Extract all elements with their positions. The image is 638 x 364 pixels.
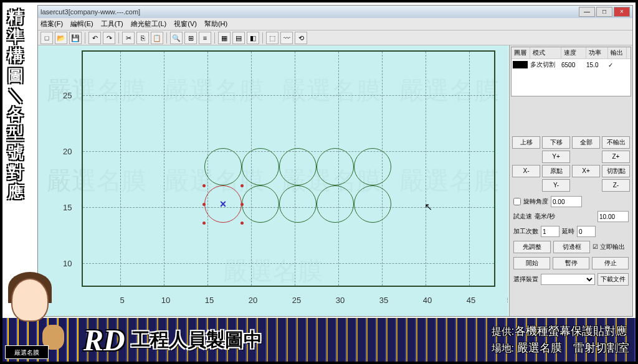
adjust-button[interactable]: 先調整 xyxy=(513,241,551,253)
y-plus-button[interactable]: Y+ xyxy=(542,151,570,163)
circle-shape[interactable] xyxy=(242,148,279,185)
y-tick: 10 xyxy=(63,259,72,268)
rotate-check[interactable] xyxy=(513,198,521,205)
x-plus-button[interactable]: X+ xyxy=(572,165,600,177)
circle-shape[interactable] xyxy=(279,148,317,185)
tool-save-icon[interactable]: 💾 xyxy=(69,32,82,44)
origin-button[interactable]: 原點 xyxy=(542,165,570,177)
menu-help[interactable]: 幫助(H) xyxy=(204,19,227,29)
x-tick: 30 xyxy=(336,296,345,305)
z-minus-button[interactable]: Z- xyxy=(602,179,630,192)
x-minus-button[interactable]: X- xyxy=(512,165,540,177)
y-minus-button[interactable]: Y- xyxy=(542,179,570,192)
selection-handle[interactable] xyxy=(202,203,206,206)
menu-window[interactable]: 視窗(V) xyxy=(174,19,197,29)
tool-zoom-icon[interactable]: 🔍 xyxy=(170,32,183,44)
rotate-label: 旋轉角度 xyxy=(523,197,548,206)
tool-copy-icon[interactable]: ⎘ xyxy=(136,32,149,44)
menu-laser[interactable]: 繪光籃工(L) xyxy=(131,19,166,29)
left-caption: 精準構圖＼各型號對應 xyxy=(7,7,36,275)
layer-table: 圖層 模式 速度 功率 輸出 多次切割 6500 15.0 ✓ xyxy=(511,47,631,96)
col-output: 輸出 xyxy=(608,47,627,58)
move-down-button[interactable]: 下移 xyxy=(542,136,570,149)
col-mode: 模式 xyxy=(530,47,561,58)
selection-handle[interactable] xyxy=(240,184,244,187)
x-tick: 25 xyxy=(292,296,301,305)
rd-logo-text: RD xyxy=(83,323,125,357)
download-button[interactable]: 下載文件 xyxy=(598,273,629,286)
tool-paste-icon[interactable]: 📋 xyxy=(151,32,163,44)
y-tick: 25 xyxy=(63,91,72,100)
menu-tools[interactable]: 工具(T) xyxy=(101,19,123,29)
circle-shape[interactable] xyxy=(317,185,354,223)
bottom-main-text: 工程人員製圖中 xyxy=(131,327,262,353)
start-button[interactable]: 開始 xyxy=(513,257,550,269)
tool-align-icon[interactable]: ≡ xyxy=(199,32,211,44)
delay-input[interactable] xyxy=(577,226,596,237)
tool-cut-icon[interactable]: ✂ xyxy=(122,32,135,44)
test-speed-input[interactable] xyxy=(598,211,629,222)
selection-handle[interactable] xyxy=(202,184,206,187)
x-tick: 10 xyxy=(161,296,170,305)
menu-edit[interactable]: 編輯(E) xyxy=(70,19,93,29)
x-tick: 45 xyxy=(467,296,475,305)
cut-frame-button[interactable]: 切邊框 xyxy=(553,241,591,253)
process-count-label: 加工次數 xyxy=(513,227,538,236)
test-speed-label: 試走速 xyxy=(513,212,532,221)
circle-shape[interactable] xyxy=(354,148,391,185)
selection-handle[interactable] xyxy=(240,203,244,206)
tool-grid-icon[interactable]: ⊞ xyxy=(184,32,197,44)
tool-open-icon[interactable]: 📂 xyxy=(55,32,67,44)
select-all-button[interactable]: 全部 xyxy=(572,136,600,149)
menubar: 檔案(F) 編輯(E) 工具(T) 繪光籃工(L) 視窗(V) 幫助(H) xyxy=(38,18,632,30)
minimize-button[interactable]: — xyxy=(579,7,595,17)
col-power: 功率 xyxy=(586,47,608,58)
tool-a-icon[interactable]: ▦ xyxy=(218,32,231,44)
app-window: lasercut3[company-www.---.com] — □ × 檔案(… xyxy=(37,5,633,317)
tool-redo-icon[interactable]: ↷ xyxy=(103,32,115,44)
no-output-button[interactable]: 不輸出 xyxy=(602,136,630,149)
x-tick: 20 xyxy=(249,296,257,305)
delay-label: 延時 xyxy=(562,227,574,236)
device-select[interactable] xyxy=(541,274,595,285)
rotate-input[interactable] xyxy=(551,196,582,207)
z-plus-button[interactable]: Z+ xyxy=(602,151,630,163)
circle-shape[interactable] xyxy=(279,185,317,223)
device-label: 選擇裝置 xyxy=(513,275,538,284)
tool-f-icon[interactable]: ⟲ xyxy=(295,32,307,44)
maximize-button[interactable]: □ xyxy=(596,7,612,17)
avatar-illustration: 嚴選名膜 xyxy=(5,272,67,359)
tool-d-icon[interactable]: ⬚ xyxy=(266,32,279,44)
cursor-icon: ↖ xyxy=(424,201,432,213)
center-marker-icon: × xyxy=(220,198,227,211)
tool-undo-icon[interactable]: ↶ xyxy=(88,32,101,44)
close-button[interactable]: × xyxy=(614,7,630,17)
circle-shape[interactable] xyxy=(242,185,279,223)
drawing-boundary: × xyxy=(82,50,495,287)
selection-handle[interactable] xyxy=(202,222,206,225)
tool-b-icon[interactable]: ▤ xyxy=(232,32,245,44)
tool-new-icon[interactable]: □ xyxy=(40,32,53,44)
move-up-button[interactable]: 上移 xyxy=(512,136,540,149)
pause-button[interactable]: 暫停 xyxy=(553,257,589,269)
menu-file[interactable]: 檔案(F) xyxy=(40,19,63,29)
y-tick: 15 xyxy=(63,203,72,212)
canvas-workspace[interactable]: 嚴選名膜嚴選名膜嚴選名膜 嚴選名膜嚴選名膜嚴選名膜 嚴選名膜嚴選名膜嚴選名膜 1… xyxy=(38,45,508,316)
col-layer: 圖層 xyxy=(512,47,530,58)
cut-point-button[interactable]: 切割點 xyxy=(602,165,630,177)
circle-shape[interactable] xyxy=(317,148,354,185)
circle-shape[interactable] xyxy=(204,148,242,185)
tool-e-icon[interactable]: 〰 xyxy=(280,32,293,44)
layer-row[interactable]: 多次切割 6500 15.0 ✓ xyxy=(512,59,631,70)
circle-shape[interactable] xyxy=(354,185,391,223)
col-speed: 速度 xyxy=(561,47,586,58)
tool-c-icon[interactable]: ◧ xyxy=(247,32,259,44)
immediate-output-check[interactable]: ☑ 立即輸出 xyxy=(593,243,629,251)
layer-color-swatch xyxy=(513,61,528,68)
x-tick: 50 xyxy=(507,296,508,305)
stop-button[interactable]: 停止 xyxy=(592,257,629,269)
selection-handle[interactable] xyxy=(240,222,244,225)
titlebar: lasercut3[company-www.---.com] — □ × xyxy=(38,6,632,18)
x-tick: 5 xyxy=(120,296,124,305)
process-count-input[interactable] xyxy=(541,226,559,237)
